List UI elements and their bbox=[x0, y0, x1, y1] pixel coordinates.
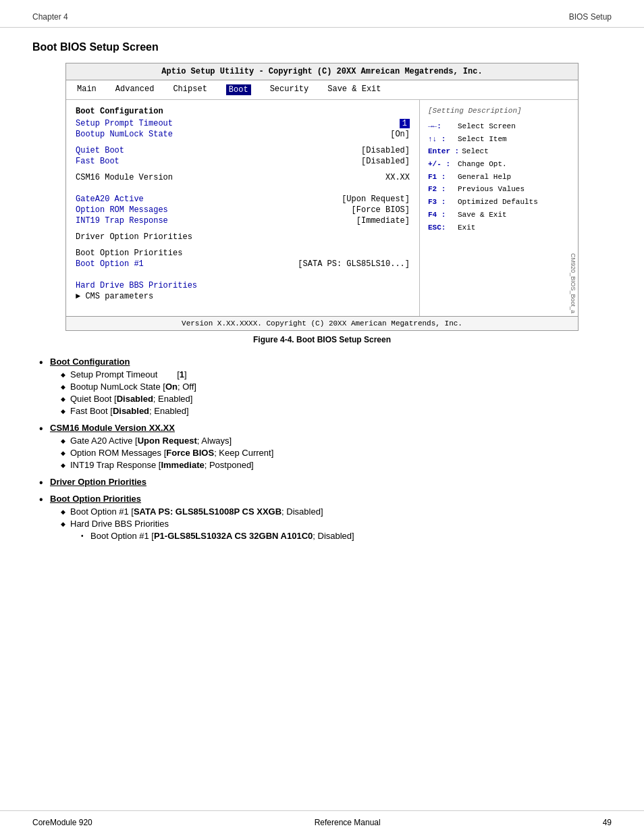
footer-right: 49 bbox=[603, 818, 612, 827]
bios-screen: Aptio Setup Utility - Copyright (C) 20XX… bbox=[65, 63, 579, 331]
key-f3: F3 : Optimized Defaults bbox=[428, 196, 560, 209]
sub-sub-item-boot-opt1: Boot Option #1 [P1-GLS85LS1032A CS 32GBN… bbox=[81, 531, 612, 541]
bios-row-driver-opt: Driver Option Priorities bbox=[76, 232, 410, 242]
key-esc: ESC: Exit bbox=[428, 221, 560, 234]
key-desc-enter: Select bbox=[462, 145, 489, 158]
menu-boot[interactable]: Boot bbox=[226, 84, 251, 95]
bios-row-gatea20: GateA20 Active [Upon Request] bbox=[76, 194, 410, 204]
key-desc-f1: General Help bbox=[458, 171, 511, 184]
key-select-item: ↑↓ : Select Item bbox=[428, 133, 560, 146]
label-int19: INT19 Trap Response bbox=[76, 216, 168, 226]
bios-row-boot-opt1: Boot Option #1 [SATA PS: GLS85LS10...] bbox=[76, 259, 410, 269]
key-desc-change-opt: Change Opt. bbox=[458, 158, 507, 171]
desc-item-boot-opt: Boot Option Priorities Boot Option #1 [S… bbox=[39, 494, 612, 541]
menu-advanced[interactable]: Advanced bbox=[115, 84, 155, 95]
section-title: Boot BIOS Setup Screen bbox=[32, 41, 612, 53]
bios-row-quiet-boot: Quiet Boot [Disabled] bbox=[76, 146, 410, 155]
chapter-label: Chapter 4 bbox=[32, 12, 68, 22]
sub-item-gatea20: Gate A20 Active [Upon Request; Always] bbox=[61, 436, 612, 446]
footer-center: Reference Manual bbox=[315, 818, 381, 827]
bios-left-panel: Boot Configuration Setup Prompt Timeout … bbox=[66, 100, 420, 316]
key-combo-f4: F4 : bbox=[428, 209, 455, 221]
label-boot-opt1: Boot Option #1 bbox=[76, 259, 144, 269]
label-option-rom: Option ROM Messages bbox=[76, 205, 168, 215]
sub-item-boot-opt1: Boot Option #1 [SATA PS: GLS85LS1008P CS… bbox=[61, 506, 612, 517]
description-list: Boot Configuration Setup Prompt Timeout … bbox=[32, 357, 612, 541]
label-gatea20: GateA20 Active bbox=[76, 194, 144, 204]
spacer-2 bbox=[76, 167, 410, 173]
spacer-4 bbox=[76, 227, 410, 232]
sub-item-numlock: Bootup NumLock State [On; Off] bbox=[61, 382, 612, 392]
sub-item-option-rom: Option ROM Messages [Force BIOS; Keep Cu… bbox=[61, 448, 612, 458]
spacer-3 bbox=[76, 184, 410, 189]
menu-security[interactable]: Security bbox=[270, 84, 309, 95]
bios-row-numlock: Bootup NumLock State [On] bbox=[76, 130, 410, 139]
key-combo-esc: ESC: bbox=[428, 221, 455, 234]
value-option-rom: [Force BIOS] bbox=[352, 205, 410, 215]
spacer-6 bbox=[76, 270, 410, 276]
desc-label-boot-config: Boot Configuration bbox=[50, 357, 130, 367]
desc-item-boot-config: Boot Configuration Setup Prompt Timeout … bbox=[39, 357, 612, 416]
key-f1: F1 : General Help bbox=[428, 171, 560, 184]
label-driver-opt: Driver Option Priorities bbox=[76, 232, 192, 242]
label-setup-prompt: Setup Prompt Timeout bbox=[76, 119, 173, 128]
figure-caption-text: Figure 4-4. Boot BIOS Setup Screen bbox=[253, 335, 391, 344]
bios-version: Version X.XX.XXXX. Copyright (C) 20XX Am… bbox=[66, 316, 578, 330]
key-combo-f1: F1 : bbox=[428, 171, 455, 184]
bios-hdd-bbs[interactable]: Hard Drive BBS Priorities bbox=[76, 281, 410, 290]
sub-item-fast-boot: Fast Boot [Disabled; Enabled] bbox=[61, 406, 612, 416]
value-fast-boot: [Disabled] bbox=[361, 157, 410, 166]
bios-title-bar: Aptio Setup Utility - Copyright (C) 20XX… bbox=[66, 63, 578, 80]
sub-list-boot-config: Setup Prompt Timeout [1] Bootup NumLock … bbox=[50, 369, 612, 416]
sub-sub-list-hdd: Boot Option #1 [P1-GLS85LS1032A CS 32GBN… bbox=[70, 531, 612, 541]
figure-caption: Figure 4-4. Boot BIOS Setup Screen bbox=[32, 335, 612, 344]
sub-item-setup-prompt: Setup Prompt Timeout [1] bbox=[61, 369, 612, 380]
bios-row-int19: INT19 Trap Response [Immediate] bbox=[76, 216, 410, 226]
label-csm16: CSM16 Module Version bbox=[76, 173, 173, 182]
setting-description: [Setting Description] bbox=[428, 107, 560, 115]
key-select-screen: →←: Select Screen bbox=[428, 120, 560, 133]
page-header: Chapter 4 BIOS Setup bbox=[0, 0, 644, 28]
spacer-5 bbox=[76, 243, 410, 249]
key-desc-f2: Previous Values bbox=[458, 183, 525, 196]
bios-row-fast-boot: Fast Boot [Disabled] bbox=[76, 157, 410, 166]
key-f2: F2 : Previous Values bbox=[428, 183, 560, 196]
desc-label-csm16: CSM16 Module Version XX.XX bbox=[50, 423, 175, 433]
bios-section-label: Boot Configuration bbox=[76, 107, 410, 116]
value-int19: [Immediate] bbox=[356, 216, 410, 226]
desc-label-driver-opt: Driver Option Priorities bbox=[50, 477, 146, 487]
menu-save-exit[interactable]: Save & Exit bbox=[327, 84, 381, 95]
value-gatea20: [Upon Request] bbox=[342, 194, 410, 204]
desc-label-boot-opt: Boot Option Priorities bbox=[50, 494, 141, 504]
key-change-opt: +/- : Change Opt. bbox=[428, 158, 560, 171]
menu-chipset[interactable]: Chipset bbox=[173, 84, 207, 95]
main-content: Boot BIOS Setup Screen Aptio Setup Utili… bbox=[0, 28, 644, 563]
key-desc-f3: Optimized Defaults bbox=[458, 196, 538, 209]
bios-body: Boot Configuration Setup Prompt Timeout … bbox=[66, 100, 578, 316]
desc-item-csm16: CSM16 Module Version XX.XX Gate A20 Acti… bbox=[39, 423, 612, 470]
bios-cms-params[interactable]: ► CMS parameters bbox=[76, 292, 410, 301]
key-f4: F4 : Save & Exit bbox=[428, 209, 560, 221]
key-combo-enter: Enter : bbox=[428, 145, 459, 158]
key-desc-esc: Exit bbox=[458, 221, 475, 234]
bios-menu-bar: Main Advanced Chipset Boot Security Save… bbox=[66, 80, 578, 100]
bios-row-setup-prompt: Setup Prompt Timeout 1 bbox=[76, 119, 410, 128]
bios-row-boot-opt-priorities: Boot Option Priorities bbox=[76, 249, 410, 258]
label-quiet-boot: Quiet Boot bbox=[76, 146, 124, 155]
value-csm16: XX.XX bbox=[385, 173, 410, 182]
value-numlock: [On] bbox=[390, 130, 410, 139]
label-numlock: Bootup NumLock State bbox=[76, 130, 173, 139]
key-desc-f4: Save & Exit bbox=[458, 209, 507, 221]
label-fast-boot: Fast Boot bbox=[76, 157, 119, 166]
spacer-3b bbox=[76, 189, 410, 194]
key-desc-select-item: Select Item bbox=[458, 133, 507, 146]
key-help: →←: Select Screen ↑↓ : Select Item Enter… bbox=[428, 120, 560, 234]
key-enter: Enter : Select bbox=[428, 145, 560, 158]
key-desc-select-screen: Select Screen bbox=[458, 120, 516, 133]
key-combo-arrows: →←: bbox=[428, 120, 455, 133]
page-footer: CoreModule 920 Reference Manual 49 bbox=[0, 810, 644, 834]
sub-item-int19: INT19 Trap Response [Immediate; Postpone… bbox=[61, 460, 612, 470]
menu-main[interactable]: Main bbox=[77, 84, 97, 95]
key-combo-f3: F3 : bbox=[428, 196, 455, 209]
value-boot-opt1: [SATA PS: GLS85LS10...] bbox=[298, 259, 410, 269]
